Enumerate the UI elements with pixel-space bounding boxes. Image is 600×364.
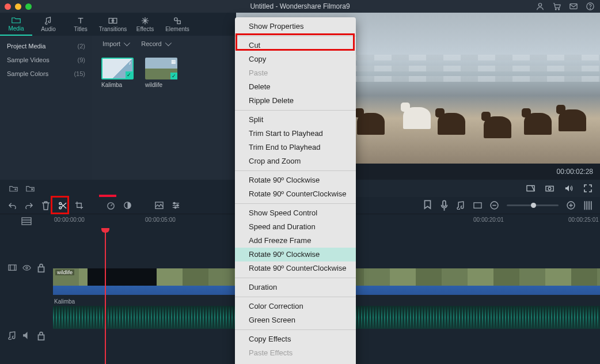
sidebar-item-project-media[interactable]: Project Media (2)	[0, 39, 92, 53]
undo-icon[interactable]	[8, 201, 17, 210]
sidebar-item-sample-colors[interactable]: Sample Colors (15)	[0, 67, 92, 81]
svg-point-1	[555, 9, 556, 10]
track-manager-icon[interactable]	[0, 214, 53, 228]
film-icon	[8, 263, 17, 272]
context-menu-item[interactable]: Duration	[235, 280, 356, 294]
preview-timecode: 00:00:02:28	[557, 168, 593, 176]
svg-rect-27	[8, 265, 16, 270]
video-track-header[interactable]	[0, 228, 53, 308]
context-menu-item[interactable]: Rotate 90º Clockwise	[235, 173, 356, 187]
film-icon: ▦	[171, 59, 176, 65]
music-icon	[8, 331, 17, 340]
audio-mixer-icon[interactable]	[457, 201, 465, 210]
tab-effects[interactable]: Effects	[129, 13, 161, 36]
context-menu-item[interactable]: Copy Effects	[235, 332, 356, 346]
eye-icon[interactable]	[22, 263, 31, 272]
zoom-out-icon[interactable]	[490, 201, 499, 210]
context-menu-item[interactable]: Cut	[235, 39, 356, 52]
speed-icon[interactable]	[107, 201, 115, 210]
tab-audio[interactable]: Audio	[32, 13, 64, 36]
thumbnail-label: wildlife	[145, 82, 177, 88]
lock-icon[interactable]	[37, 331, 45, 340]
context-menu-item[interactable]: Color Correction	[235, 299, 356, 313]
svg-point-20	[177, 204, 179, 206]
context-menu-item[interactable]: Speed and Duration	[235, 220, 356, 234]
clip-gap	[88, 268, 157, 286]
svg-point-28	[25, 267, 27, 268]
message-icon[interactable]	[569, 2, 578, 11]
playback-quality-icon[interactable]	[526, 184, 535, 193]
playhead[interactable]	[105, 228, 106, 364]
context-menu-item[interactable]: Add Freeze Frame	[235, 234, 356, 248]
context-menu-item[interactable]: Split	[235, 113, 356, 127]
delete-folder-icon[interactable]	[26, 184, 35, 193]
audio-track-header[interactable]	[0, 308, 53, 364]
context-menu-item[interactable]: Crop and Zoom	[235, 154, 356, 168]
tab-elements[interactable]: Elements	[161, 13, 193, 36]
context-menu-item[interactable]: Show Properties	[235, 20, 356, 33]
context-menu-item[interactable]: Green Screen	[235, 313, 356, 327]
record-vo-icon[interactable]	[440, 201, 449, 210]
music-note-icon: ♪	[129, 60, 132, 66]
context-menu-item[interactable]: Trim Start to Playhead	[235, 127, 356, 141]
context-menu-item[interactable]: Rotate 90º Clockwise	[235, 248, 356, 261]
context-menu-separator	[235, 110, 356, 111]
crop-zoom-icon[interactable]	[473, 201, 482, 210]
svg-point-16	[108, 203, 114, 209]
music-icon	[44, 17, 53, 25]
media-item[interactable]: ▦✓ wildlife	[145, 58, 177, 88]
svg-point-21	[174, 207, 176, 208]
account-icon[interactable]	[536, 2, 544, 11]
help-icon[interactable]	[586, 2, 594, 11]
svg-rect-29	[38, 267, 44, 272]
context-menu-item[interactable]: Ripple Delete	[235, 94, 356, 108]
ruler-tick: 00:00:20:01	[473, 217, 504, 223]
chevron-down-icon	[165, 40, 171, 46]
context-menu-item[interactable]: Copy	[235, 52, 356, 66]
context-menu-item[interactable]: Rotate 90º CounterClockwise	[235, 187, 356, 201]
lock-icon[interactable]	[37, 263, 45, 272]
svg-point-13	[548, 187, 551, 190]
thumbnail-image: ♪✓	[101, 58, 134, 79]
window-header-actions	[536, 2, 594, 11]
new-folder-icon[interactable]	[9, 184, 18, 193]
context-menu: Show PropertiesCutCopyPasteDeleteRipple …	[235, 17, 356, 364]
svg-point-0	[538, 3, 541, 6]
green-screen-icon[interactable]	[155, 201, 164, 210]
ruler-tick: 00:00:05:00	[145, 217, 176, 223]
clip-label: wildlife	[55, 270, 74, 275]
tab-transitions[interactable]: Transitions	[97, 13, 129, 36]
context-menu-separator	[235, 36, 356, 36]
cart-icon[interactable]	[552, 2, 561, 11]
zoom-fit-icon[interactable]	[583, 201, 592, 210]
zoom-in-icon[interactable]	[567, 201, 575, 210]
sidebar-item-sample-videos[interactable]: Sample Videos (9)	[0, 53, 92, 67]
volume-icon[interactable]	[564, 184, 573, 193]
context-menu-item[interactable]: Delete Effects	[235, 360, 356, 364]
context-menu-item[interactable]: Rotate 90º CounterClockwise	[235, 261, 356, 275]
adjust-icon[interactable]	[172, 201, 180, 210]
media-item[interactable]: ♪✓ Kalimba	[101, 58, 134, 88]
record-button[interactable]: Record	[141, 40, 169, 47]
fullscreen-icon[interactable]	[583, 184, 592, 193]
snapshot-icon[interactable]	[545, 184, 554, 193]
import-button[interactable]: Import	[102, 40, 128, 47]
context-menu-item[interactable]: Show Speed Control	[235, 206, 356, 220]
svg-point-8	[174, 17, 177, 20]
svg-rect-3	[569, 4, 576, 9]
scissors-split-icon[interactable]	[58, 201, 67, 210]
marker-icon[interactable]	[423, 201, 432, 210]
context-menu-item[interactable]: Trim End to Playhead	[235, 141, 356, 154]
context-menu-item[interactable]: Delete	[235, 80, 356, 94]
mute-icon[interactable]	[22, 331, 31, 340]
delete-icon[interactable]	[41, 201, 50, 210]
crop-icon[interactable]	[75, 201, 83, 210]
tab-titles[interactable]: Titles	[64, 13, 97, 36]
redo-icon[interactable]	[25, 201, 33, 210]
svg-rect-22	[443, 200, 446, 206]
svg-point-19	[173, 202, 175, 204]
zoom-slider[interactable]	[507, 204, 559, 206]
svg-rect-30	[38, 335, 44, 340]
tab-media[interactable]: Media	[0, 13, 32, 36]
color-icon[interactable]	[123, 201, 132, 210]
